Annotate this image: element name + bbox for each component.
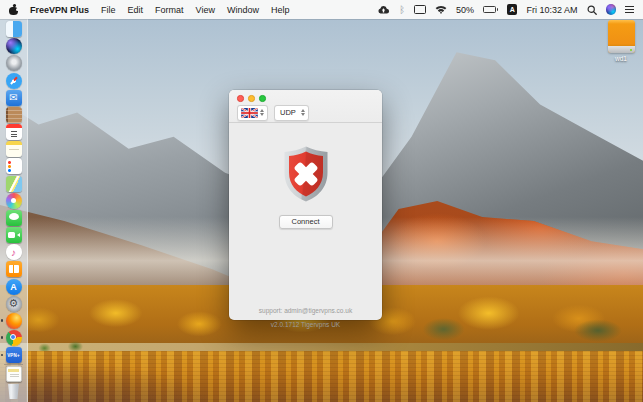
cloud-upload-icon[interactable] bbox=[377, 5, 390, 14]
connect-button[interactable]: Connect bbox=[279, 215, 333, 229]
contacts-icon bbox=[6, 107, 22, 123]
protocol-value: UDP bbox=[278, 108, 299, 117]
trash-icon bbox=[7, 384, 20, 399]
siri-icon bbox=[6, 38, 22, 54]
input-source-icon[interactable]: A bbox=[507, 4, 518, 15]
notification-center-icon[interactable] bbox=[625, 6, 634, 14]
wifi-icon[interactable] bbox=[435, 5, 447, 14]
dock-item-safari[interactable] bbox=[6, 73, 22, 89]
wallpaper-lake-shadow bbox=[0, 358, 206, 402]
dock-item-trash[interactable] bbox=[6, 384, 22, 400]
itunes-icon bbox=[6, 244, 22, 260]
dock-item-maps[interactable] bbox=[6, 176, 22, 192]
calendar-icon bbox=[6, 124, 22, 140]
freevpn-window: UDP bbox=[229, 90, 382, 320]
spotlight-search-icon[interactable] bbox=[587, 5, 597, 15]
facetime-icon bbox=[6, 227, 22, 243]
notes-icon bbox=[6, 141, 22, 157]
menu-window[interactable]: Window bbox=[227, 5, 259, 15]
dock-item-siri[interactable] bbox=[6, 38, 22, 54]
external-drive-icon[interactable] bbox=[608, 20, 635, 53]
app-store-icon bbox=[6, 279, 22, 295]
traffic-lights bbox=[237, 95, 374, 102]
menu-bar: FreeVPN Plus File Edit Format View Windo… bbox=[0, 0, 643, 19]
dock-item-finder[interactable] bbox=[6, 21, 22, 37]
dock-item-app-store[interactable] bbox=[6, 279, 22, 295]
reminders-icon bbox=[6, 158, 22, 174]
window-content: Connect support: admin@tigervpns.co.uk v… bbox=[229, 145, 382, 341]
running-indicator bbox=[1, 354, 4, 357]
dock-item-messages[interactable] bbox=[6, 210, 22, 226]
dock-item-facetime[interactable] bbox=[6, 227, 22, 243]
display-icon[interactable] bbox=[414, 5, 426, 14]
window-header: UDP bbox=[229, 90, 382, 123]
dropdown-stepper-icon bbox=[260, 109, 264, 116]
zoom-button[interactable] bbox=[259, 95, 266, 102]
version-text: v2.0.1712 Tigervpns UK bbox=[229, 321, 382, 328]
dock-item-photos[interactable] bbox=[6, 193, 22, 209]
menu-clock[interactable]: Fri 10:32 AM bbox=[526, 5, 577, 15]
dock-item-documents-stack[interactable] bbox=[6, 366, 22, 382]
menu-help[interactable]: Help bbox=[271, 5, 290, 15]
support-text: support: admin@tigervpns.co.uk bbox=[229, 307, 382, 314]
menu-bar-status: ᛒ 50% A Fri 10:32 AM bbox=[377, 4, 634, 15]
chrome-icon bbox=[6, 330, 22, 346]
dock-separator bbox=[4, 364, 23, 365]
firefox-icon bbox=[6, 313, 22, 329]
dock-item-ibooks[interactable] bbox=[6, 261, 22, 277]
mail-icon bbox=[6, 90, 22, 106]
ibooks-icon bbox=[6, 261, 22, 277]
vpn-plus-icon: VPN+ bbox=[6, 347, 22, 363]
dock-item-firefox[interactable] bbox=[6, 313, 22, 329]
dock-item-launchpad[interactable] bbox=[6, 55, 22, 71]
disconnected-shield-icon bbox=[281, 145, 331, 203]
safari-icon bbox=[6, 73, 22, 89]
close-button[interactable] bbox=[237, 95, 244, 102]
messages-icon bbox=[6, 210, 22, 226]
protocol-dropdown[interactable]: UDP bbox=[274, 105, 309, 121]
dock-item-chrome[interactable] bbox=[6, 330, 22, 346]
desktop-drive[interactable]: wd1 bbox=[601, 20, 641, 62]
system-preferences-icon bbox=[6, 296, 22, 312]
server-country-dropdown[interactable] bbox=[237, 105, 268, 121]
vpn-plus-label: VPN+ bbox=[7, 353, 20, 358]
bluetooth-icon[interactable]: ᛒ bbox=[399, 5, 405, 15]
finder-icon bbox=[6, 21, 22, 37]
documents-stack-icon bbox=[6, 366, 22, 382]
dock-item-mail[interactable] bbox=[6, 90, 22, 106]
apple-menu-icon[interactable] bbox=[9, 4, 18, 15]
running-indicator bbox=[1, 336, 4, 339]
drive-label: wd1 bbox=[601, 55, 641, 62]
dock-item-reminders[interactable] bbox=[6, 158, 22, 174]
maps-icon bbox=[6, 176, 22, 192]
siri-menu-icon[interactable] bbox=[606, 4, 617, 15]
menu-app-name[interactable]: FreeVPN Plus bbox=[30, 5, 89, 15]
running-indicator bbox=[1, 319, 4, 322]
dock-item-system-preferences[interactable] bbox=[6, 296, 22, 312]
dock-item-itunes[interactable] bbox=[6, 244, 22, 260]
desktop-screen: FreeVPN Plus File Edit Format View Windo… bbox=[0, 0, 643, 402]
dock-item-notes[interactable] bbox=[6, 141, 22, 157]
battery-percent: 50% bbox=[456, 5, 474, 15]
dock: VPN+ bbox=[0, 19, 28, 402]
window-toolbar: UDP bbox=[237, 105, 374, 121]
dock-item-vpn-plus[interactable]: VPN+ bbox=[6, 347, 22, 363]
menu-file[interactable]: File bbox=[101, 5, 116, 15]
battery-icon[interactable] bbox=[483, 6, 498, 13]
photos-icon bbox=[6, 193, 22, 209]
uk-flag-icon bbox=[241, 108, 258, 118]
menu-edit[interactable]: Edit bbox=[128, 5, 144, 15]
dock-item-calendar[interactable] bbox=[6, 124, 22, 140]
launchpad-icon bbox=[6, 55, 22, 71]
minimize-button[interactable] bbox=[248, 95, 255, 102]
dropdown-stepper-icon bbox=[301, 109, 305, 116]
menu-format[interactable]: Format bbox=[155, 5, 184, 15]
menu-bar-menus: FreeVPN Plus File Edit Format View Windo… bbox=[9, 4, 289, 15]
dock-item-contacts[interactable] bbox=[6, 107, 22, 123]
menu-view[interactable]: View bbox=[196, 5, 215, 15]
